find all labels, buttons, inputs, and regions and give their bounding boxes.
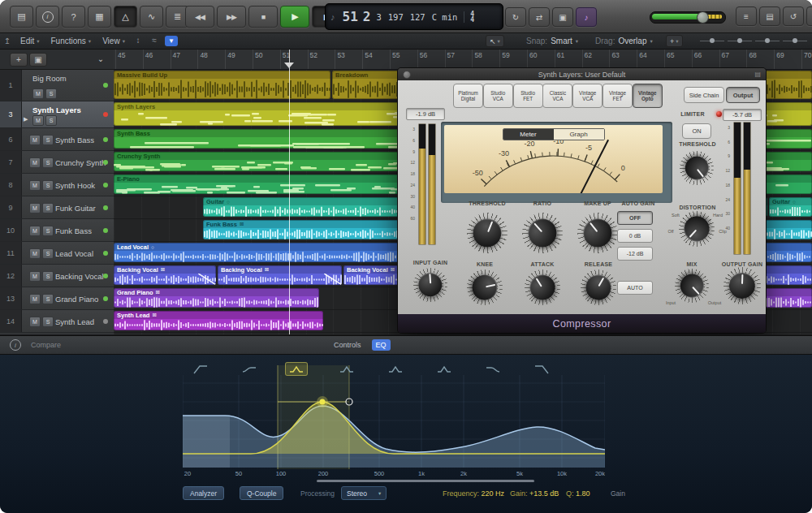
model-button-vintage-fet[interactable]: VintageFET <box>603 84 633 108</box>
menu-edit[interactable]: Edit▾ <box>15 37 45 45</box>
plugin-title-bar[interactable]: Synth Layers: User Default ▤ <box>398 68 766 80</box>
track-header-backing-vocal[interactable]: 12Backing VocalMS <box>0 265 114 287</box>
fade-out-handle[interactable] <box>198 274 216 285</box>
compressor-plugin-window[interactable]: Synth Layers: User Default ▤ PlatinumDig… <box>398 68 766 333</box>
side-chain-button[interactable]: Side Chain <box>684 87 724 103</box>
record-enable-dot[interactable] <box>103 274 108 278</box>
metronome-icon[interactable]: △ <box>114 6 137 28</box>
auto-release-button[interactable]: AUTO <box>617 281 653 295</box>
threshold-knob[interactable] <box>467 213 508 253</box>
track-header-crunchy-synth[interactable]: 7Crunchy SynthMS <box>0 151 114 174</box>
solo-button[interactable]: S <box>42 180 54 191</box>
autopunch-button[interactable]: ▣ <box>552 7 573 27</box>
region-guitar[interactable]: Guitar○ <box>769 197 812 217</box>
channel-mode-select[interactable]: Stereo▾ <box>341 486 387 500</box>
solo-button[interactable]: S <box>45 115 57 126</box>
output-button[interactable]: Output <box>726 87 760 103</box>
plugin-menu-icon[interactable]: ▤ <box>754 71 761 78</box>
vertical-zoom-slider[interactable] <box>700 36 724 46</box>
mute-button[interactable]: M <box>29 203 41 213</box>
region-synth-lead[interactable]: Synth Lead⊠ <box>114 311 323 330</box>
flex-icon[interactable]: ≈ <box>147 36 162 46</box>
play-button[interactable]: ▶ <box>280 6 309 28</box>
auto-zoom-icon[interactable]: ↕ <box>131 36 145 46</box>
plugin-close-button[interactable] <box>403 71 411 79</box>
output-gain-knob[interactable] <box>723 267 761 304</box>
eq-band-7-highshelf-icon[interactable] <box>482 363 503 375</box>
mute-button[interactable]: M <box>29 271 41 282</box>
tab-graph[interactable]: Graph <box>554 129 604 140</box>
model-button-vintage-vca[interactable]: VintageVCA <box>572 84 603 108</box>
tab-controls[interactable]: Controls <box>330 339 365 351</box>
limiter-on-button[interactable]: ON <box>682 123 711 139</box>
analyzer-button[interactable]: Analyzer <box>183 486 224 500</box>
mute-button[interactable]: M <box>32 115 44 126</box>
waveform-zoom-slider[interactable] <box>755 36 780 46</box>
knee-knob[interactable] <box>467 269 503 305</box>
catch-playhead-icon[interactable]: ↥ <box>0 37 15 45</box>
model-button-classic-vca[interactable]: ClassicVCA <box>542 84 572 108</box>
track-header-grand-piano[interactable]: 13Grand PianoMS <box>0 287 114 310</box>
duplicate-track-button[interactable]: ▣ <box>29 53 47 67</box>
mute-button[interactable]: M <box>29 135 41 145</box>
solo-button[interactable]: S <box>42 317 54 327</box>
eq-curve-display[interactable]: 20501002005001k2k5k10k20k <box>183 360 605 484</box>
browsers-icon[interactable]: ♫ <box>806 6 812 26</box>
mute-button[interactable]: M <box>29 294 41 304</box>
track-header-synth-hook[interactable]: 8Synth HookMS <box>0 174 114 196</box>
mute-button[interactable]: M <box>29 226 41 236</box>
eq-band-5-bell-icon[interactable] <box>385 363 406 375</box>
forward-button[interactable]: ▶▶ <box>217 6 246 28</box>
playhead-marker[interactable] <box>284 63 294 68</box>
eq-band-3-bell-icon[interactable] <box>286 363 307 375</box>
solo-button[interactable]: S <box>42 271 54 282</box>
solo-button[interactable]: S <box>42 248 54 259</box>
tab-eq[interactable]: EQ <box>372 339 391 351</box>
quick-help-icon[interactable]: ? <box>62 6 85 28</box>
menu-functions[interactable]: Functions▾ <box>45 37 97 45</box>
region-massive-build-up[interactable]: Massive Build Up <box>114 71 330 99</box>
note-pads-icon[interactable]: ▤ <box>759 6 780 26</box>
eq-band-6-bell-icon[interactable] <box>434 363 455 375</box>
q-couple-button[interactable]: Q-Couple <box>240 486 283 500</box>
smart-controls-icon[interactable]: ∿ <box>140 6 163 28</box>
eq-band-2-lowshelf-icon[interactable] <box>239 363 260 375</box>
track-header-synth-lead[interactable]: 14Synth LeadMS <box>0 310 114 333</box>
attack-knob[interactable] <box>525 269 560 305</box>
stop-button[interactable]: ■ <box>248 6 278 28</box>
mute-button[interactable]: M <box>29 180 41 191</box>
record-enable-dot[interactable] <box>103 112 108 117</box>
mute-button[interactable]: M <box>32 88 44 99</box>
auto-gain-off[interactable]: OFF <box>617 211 653 225</box>
mute-button[interactable]: M <box>29 157 41 168</box>
eq-band-1-lowcut-icon[interactable] <box>190 363 211 375</box>
track-header-funk-bass[interactable]: 10Funk BassMS <box>0 219 114 242</box>
disclosure-icon[interactable]: ▶ <box>24 116 28 123</box>
record-enable-dot[interactable] <box>103 83 108 88</box>
distortion-knob[interactable] <box>679 211 715 247</box>
track-header-funk-guitar[interactable]: 9Funk GuitarMS <box>0 196 114 219</box>
limiter-threshold-knob[interactable] <box>680 151 714 185</box>
library-icon[interactable]: ▤ <box>10 6 33 28</box>
bar-ruler[interactable]: 4546474849505152535455565758596061626364… <box>114 50 812 70</box>
inspector-icon[interactable]: i <box>36 6 59 28</box>
tuner-button[interactable]: ♪ <box>576 7 597 27</box>
master-volume-slider[interactable] <box>650 11 726 24</box>
track-header-synth-layers[interactable]: 3Synth LayersMS▶ <box>0 101 114 128</box>
apple-loops-icon[interactable]: ↺ <box>783 6 804 26</box>
fade-out-handle[interactable] <box>324 274 342 285</box>
eq-band-8-highcut-icon[interactable] <box>531 363 552 375</box>
lcd-display[interactable]: ♪ 51 2 3 197 127 C min 44 <box>325 3 503 30</box>
model-button-vintage-opto[interactable]: VintageOpto <box>633 84 663 108</box>
mix-knob[interactable] <box>675 269 709 303</box>
pointer-tool-select[interactable]: ↖▾ <box>486 35 504 47</box>
auto-gain--12-db[interactable]: -12 dB <box>617 247 653 261</box>
solo-button[interactable]: S <box>45 88 57 99</box>
mute-button[interactable]: M <box>29 317 41 327</box>
record-enable-dot[interactable] <box>103 296 108 301</box>
eq-curves[interactable]: 20501002005001k2k5k10k20k <box>183 360 605 484</box>
toolbar-icon[interactable]: ▦ <box>88 6 111 28</box>
solo-button[interactable]: S <box>42 226 54 236</box>
filter-icon[interactable]: ▼ <box>165 36 178 46</box>
track-zoom-slider[interactable] <box>783 36 807 46</box>
